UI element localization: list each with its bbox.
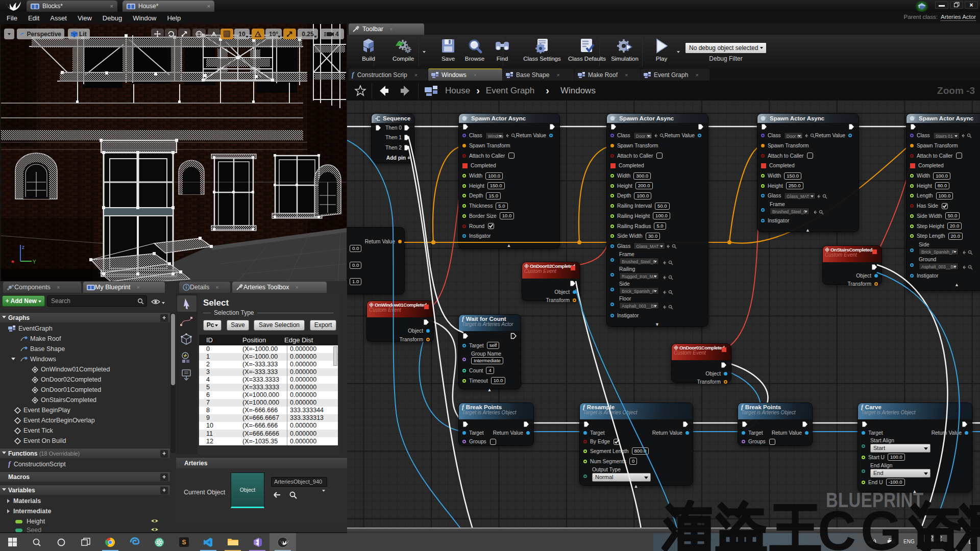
svg-text:z: z: [22, 244, 24, 250]
svg-text:S: S: [182, 539, 186, 546]
svg-text:*: *: [11, 258, 14, 267]
svg-text:C: C: [818, 500, 856, 551]
svg-text:Y: Y: [33, 259, 36, 265]
svg-text:G: G: [861, 500, 902, 551]
